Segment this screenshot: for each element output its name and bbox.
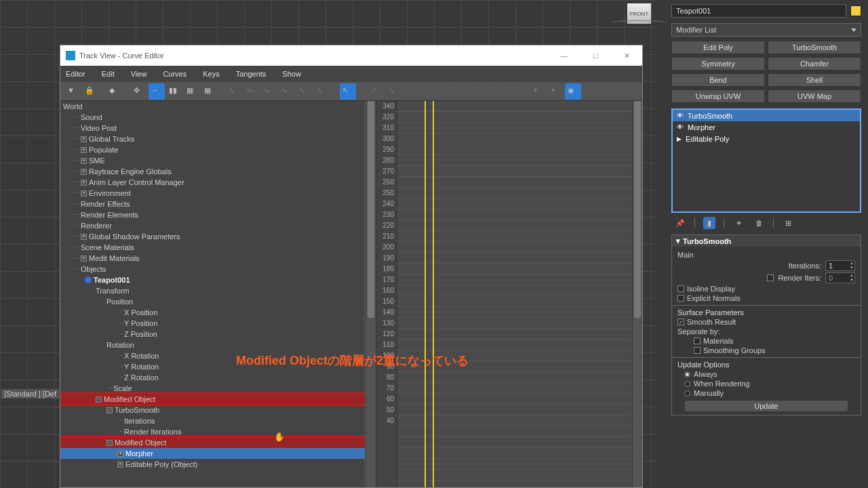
tree-row[interactable]: ⋯Z Position [60, 329, 365, 340]
explicit-normals-checkbox[interactable] [677, 295, 684, 302]
iterations-spinner[interactable]: 1▲▼ [825, 260, 855, 271]
tree-row[interactable]: World [60, 101, 365, 112]
tangent-icon[interactable]: ⤢ [368, 83, 384, 100]
stack-item[interactable]: ▶Editable Poly [673, 133, 860, 144]
tool-icon[interactable]: ◆ [106, 83, 123, 100]
menu-editor[interactable]: Editor [66, 70, 85, 78]
tree-row[interactable]: ⋯Renderer [60, 220, 365, 231]
expand-icon[interactable]: + [81, 147, 87, 153]
delete-modifier-icon[interactable]: 🗑 [753, 217, 765, 229]
materials-checkbox[interactable] [694, 338, 701, 344]
expand-icon[interactable]: + [81, 190, 87, 197]
show-end-result-icon[interactable]: ▮ [703, 217, 715, 229]
show-selected-icon[interactable]: ◉ [565, 83, 581, 100]
tree-row[interactable]: -Modified Object [60, 437, 365, 448]
lock-icon[interactable]: 🔒 [82, 83, 98, 100]
tree-row[interactable]: ⋯Scale [60, 383, 365, 394]
snap-frames-icon[interactable]: ▦ [201, 83, 218, 100]
expand-icon[interactable]: + [81, 234, 87, 240]
filter-icon[interactable]: ▼ [64, 83, 81, 100]
tree-row[interactable]: ⋯+Populate [60, 144, 365, 155]
modifier-button[interactable]: Bend [671, 73, 765, 87]
render-iters-checkbox[interactable] [767, 274, 774, 281]
rollout-header[interactable]: ▾TurboSmooth [672, 235, 861, 247]
modifier-button[interactable]: Symmetry [671, 57, 765, 70]
tree-row[interactable]: Teapot001 [60, 274, 365, 285]
object-name-field[interactable] [671, 4, 846, 18]
close-button[interactable]: ✕ [616, 52, 637, 60]
selection-arrow-icon[interactable]: ↖ [340, 83, 356, 100]
menu-view[interactable]: View [131, 70, 147, 78]
expand-caret-icon[interactable]: ▶ [677, 136, 682, 142]
tree-row[interactable]: ⋯+Medit Materials [60, 253, 365, 264]
tree-row[interactable]: ⋯Render Iterations [60, 426, 365, 437]
time-cursor[interactable] [425, 101, 426, 487]
curve-icon[interactable]: ∿ [314, 83, 330, 100]
tree-row[interactable]: ⋯Z Rotation [60, 372, 365, 383]
tangent-icon[interactable]: ⌒ [488, 83, 504, 100]
stack-item[interactable]: 👁Morpher [673, 121, 860, 133]
tangent-icon[interactable]: ⟋ [410, 83, 427, 100]
tree-row[interactable]: ⋯+SME [60, 155, 365, 166]
curve-icon[interactable]: ∿ [279, 83, 295, 100]
when-rendering-radio[interactable]: When Rendering [684, 380, 855, 388]
menu-curves[interactable]: Curves [163, 70, 186, 78]
tree-row[interactable]: ⋯X Position [60, 307, 365, 318]
tangent-icon[interactable]: ⟍ [428, 83, 444, 100]
menu-edit[interactable]: Edit [102, 70, 115, 78]
modifier-stack[interactable]: 👁TurboSmooth👁Morpher▶Editable Poly [671, 108, 861, 213]
biped-icon[interactable]: ✦ [547, 83, 564, 100]
tree-row[interactable]: Position [60, 296, 365, 307]
maximize-button[interactable]: □ [585, 52, 606, 60]
configure-icon[interactable]: ⊞ [782, 217, 794, 229]
biped-icon[interactable]: ✦ [530, 83, 546, 100]
smooth-result-checkbox[interactable]: ✓ [677, 319, 684, 325]
modifier-button[interactable]: Edit Poly [671, 41, 765, 54]
expand-icon[interactable]: + [117, 451, 123, 457]
tree-row[interactable]: ⋯+Raytrace Engine Globals [60, 166, 365, 177]
tree-row[interactable]: ⋯Video Post [60, 123, 365, 134]
visibility-icon[interactable]: 👁 [677, 123, 684, 131]
curve-icon[interactable]: ∿ [261, 83, 277, 100]
tree-row[interactable]: +Morpher [60, 448, 365, 459]
tree-row[interactable]: -TurboSmooth [60, 405, 365, 415]
stack-item[interactable]: 👁TurboSmooth [673, 110, 860, 121]
tree-row[interactable]: -Modified Object [60, 394, 365, 405]
minimize-button[interactable]: — [554, 52, 574, 60]
expand-icon[interactable]: - [106, 407, 113, 413]
isoline-checkbox[interactable] [677, 285, 684, 292]
expand-icon[interactable]: + [81, 256, 87, 262]
tangent-icon[interactable]: ⌒ [470, 83, 486, 100]
menu-tangents[interactable]: Tangents [236, 70, 267, 78]
tangent-icon[interactable]: ⌒ [505, 83, 521, 100]
tree-row[interactable]: Rotation [60, 340, 365, 350]
tree-row[interactable]: Transform [60, 285, 365, 296]
manually-radio[interactable]: Manually [684, 389, 855, 397]
tree-row[interactable]: ⋯X Rotation [60, 350, 365, 361]
tree-row[interactable]: ⋯Scene Materials [60, 242, 365, 253]
tangent-icon[interactable]: ⌒ [446, 83, 462, 100]
modifier-list-dropdown[interactable]: Modifier List [671, 23, 861, 37]
tree-row[interactable]: +Editable Poly (Object) [60, 459, 365, 470]
menu-show[interactable]: Show [282, 70, 301, 78]
object-color-swatch[interactable] [850, 5, 861, 16]
titlebar[interactable]: Track View - Curve Editor — □ ✕ [60, 45, 642, 66]
modifier-button[interactable]: Chamfer [768, 57, 861, 70]
tree-row[interactable]: ⋯Render Effects [60, 199, 365, 209]
curve-icon[interactable]: ∿ [243, 83, 260, 100]
modifier-button[interactable]: TurboSmooth [768, 41, 861, 54]
slide-keys-icon[interactable]: ↔ [149, 83, 165, 100]
tree-scrollbar[interactable] [366, 101, 376, 487]
move-keys-icon[interactable]: ✥ [131, 83, 147, 100]
tree-row[interactable]: ⋯Iterations [60, 415, 365, 426]
tree-row[interactable]: ⋯Objects [60, 264, 365, 274]
expand-icon[interactable]: - [106, 440, 113, 446]
update-button[interactable]: Update [684, 400, 848, 412]
menu-keys[interactable]: Keys [203, 70, 219, 78]
scale-keys-icon[interactable]: ▮▮ [166, 83, 182, 100]
smoothing-groups-checkbox[interactable] [694, 347, 701, 354]
tree-row[interactable]: ⋯Y Rotation [60, 361, 365, 372]
tree-row[interactable]: ⋯Render Elements [60, 209, 365, 220]
curve-icon[interactable]: ∿ [226, 83, 242, 100]
curve-icon[interactable]: ∿ [296, 83, 313, 100]
